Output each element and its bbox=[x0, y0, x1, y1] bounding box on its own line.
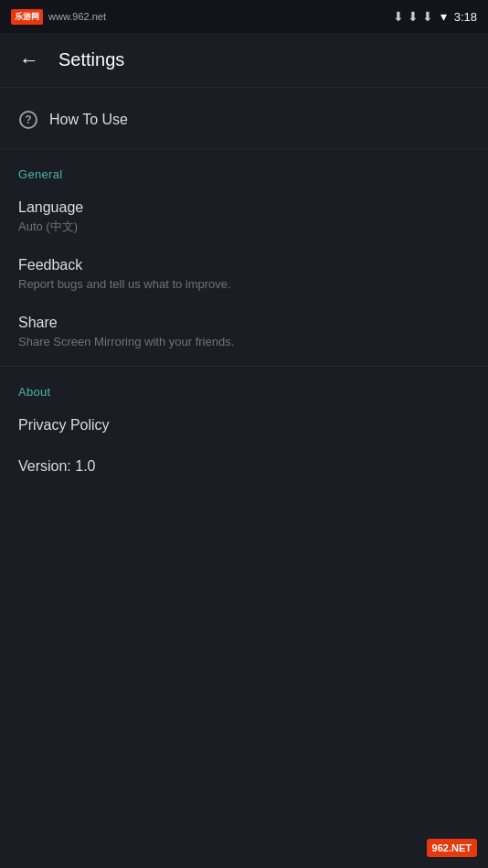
wifi-icon: ▾ bbox=[440, 9, 447, 24]
general-section-header: General bbox=[0, 153, 488, 188]
share-subtitle: Share Screen Mirroring with your friends… bbox=[18, 334, 470, 350]
how-to-use-item[interactable]: ? How To Use bbox=[0, 95, 488, 145]
feedback-item[interactable]: Feedback Report bugs and tell us what to… bbox=[0, 246, 488, 304]
back-button[interactable]: ← bbox=[15, 46, 44, 75]
about-section-header: About bbox=[0, 370, 488, 406]
language-title: Language bbox=[18, 199, 470, 216]
divider-2 bbox=[0, 366, 488, 367]
language-item[interactable]: Language Auto (中文) bbox=[0, 188, 488, 246]
feedback-title: Feedback bbox=[18, 257, 470, 273]
download-icon-3: ⬇ bbox=[422, 9, 433, 24]
status-icons: ⬇ ⬇ ⬇ bbox=[393, 9, 433, 24]
status-bar-left: 乐游网 www.962.net bbox=[11, 9, 106, 25]
language-subtitle: Auto (中文) bbox=[18, 219, 470, 235]
app-bar: ← Settings bbox=[0, 33, 488, 88]
share-title: Share bbox=[18, 315, 470, 331]
watermark: 962.NET bbox=[427, 839, 477, 857]
download-icon-1: ⬇ bbox=[393, 9, 404, 24]
back-arrow-icon: ← bbox=[19, 48, 39, 72]
version-title: Version: 1.0 bbox=[18, 458, 470, 475]
page-title: Settings bbox=[58, 49, 124, 70]
divider-1 bbox=[0, 148, 488, 149]
how-to-use-label: How To Use bbox=[49, 112, 128, 128]
download-icon-2: ⬇ bbox=[408, 9, 419, 24]
version-item: Version: 1.0 bbox=[0, 447, 488, 488]
status-bar-right: ⬇ ⬇ ⬇ ▾ 3:18 bbox=[393, 9, 477, 24]
privacy-policy-title: Privacy Policy bbox=[18, 417, 470, 434]
app-logo: 乐游网 bbox=[11, 9, 43, 25]
status-bar-site: www.962.net bbox=[48, 11, 106, 22]
settings-content: ? How To Use General Language Auto (中文) … bbox=[0, 88, 488, 496]
feedback-subtitle: Report bugs and tell us what to improve. bbox=[18, 276, 470, 293]
share-item[interactable]: Share Share Screen Mirroring with your f… bbox=[0, 304, 488, 361]
question-circle-icon: ? bbox=[18, 110, 38, 130]
privacy-policy-item[interactable]: Privacy Policy bbox=[0, 406, 488, 447]
status-bar: 乐游网 www.962.net ⬇ ⬇ ⬇ ▾ 3:18 bbox=[0, 0, 488, 33]
status-time: 3:18 bbox=[454, 10, 477, 24]
